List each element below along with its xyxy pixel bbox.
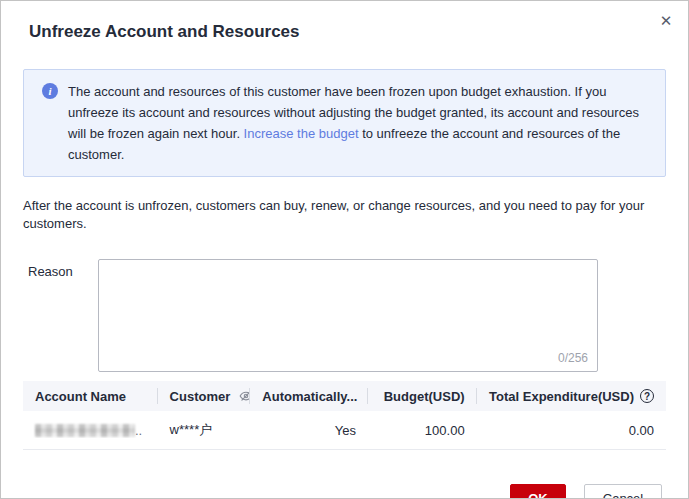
- col-customer: Customer: [158, 381, 251, 411]
- col-budget: Budget(USD): [368, 381, 477, 411]
- col-total-expenditure: Total Expenditure(USD) ?: [477, 381, 666, 411]
- cell-account-name: ..: [23, 422, 158, 438]
- col-account-name-label: Account Name: [35, 389, 126, 404]
- table-header: Account Name Customer Automatically... B…: [23, 381, 666, 411]
- cell-total-expenditure: 0.00: [477, 423, 666, 438]
- customer-table: Account Name Customer Automatically... B…: [23, 381, 666, 450]
- col-automatically-label: Automatically...: [262, 389, 357, 404]
- col-customer-label: Customer: [170, 389, 231, 404]
- reason-form-row: Reason 0/256: [28, 259, 666, 372]
- info-alert: i The account and resources of this cust…: [23, 69, 666, 177]
- help-icon[interactable]: ?: [640, 389, 654, 403]
- cell-customer: w****户: [158, 421, 251, 439]
- reason-label: Reason: [28, 259, 98, 279]
- dialog-title: Unfreeze Account and Resources: [29, 21, 660, 43]
- col-account-name: Account Name: [23, 381, 158, 411]
- col-budget-label: Budget(USD): [384, 389, 465, 404]
- info-icon: i: [42, 83, 58, 99]
- dialog-header: Unfreeze Account and Resources: [1, 1, 688, 43]
- reason-input[interactable]: [98, 259, 598, 372]
- masked-account-name: [35, 424, 135, 437]
- cell-budget: 100.00: [368, 423, 477, 438]
- table-row: .. w****户 Yes 100.00 0.00: [23, 411, 666, 450]
- unfreeze-dialog: { "dialog": { "title": "Unfreeze Account…: [0, 0, 689, 499]
- increase-budget-link[interactable]: Increase the budget: [244, 126, 359, 141]
- ok-button[interactable]: OK: [510, 484, 566, 499]
- col-total-expenditure-label: Total Expenditure(USD): [489, 389, 634, 404]
- alert-text: The account and resources of this custom…: [68, 81, 651, 165]
- reason-textarea-wrap: 0/256: [98, 259, 598, 372]
- unfreeze-description: After the account is unfrozen, customers…: [23, 197, 666, 233]
- col-automatically: Automatically...: [250, 381, 368, 411]
- eye-hidden-icon[interactable]: [239, 389, 250, 403]
- dialog-footer: OK Cancel: [1, 484, 662, 499]
- cancel-button[interactable]: Cancel: [584, 484, 662, 499]
- cell-automatically: Yes: [250, 423, 368, 438]
- close-icon[interactable]: ✕: [656, 11, 676, 31]
- masked-name-suffix: ..: [135, 423, 142, 438]
